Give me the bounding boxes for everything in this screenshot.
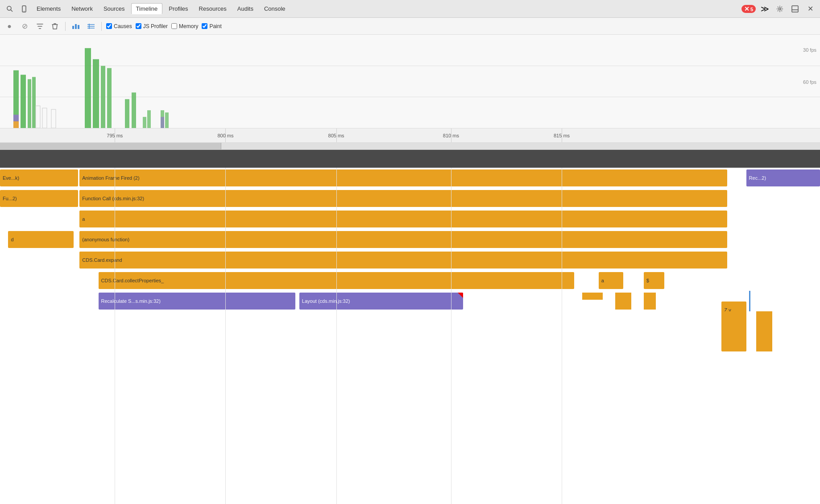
separator-2: [101, 22, 102, 31]
tab-resources[interactable]: Resources: [195, 4, 231, 14]
svg-rect-36: [161, 117, 164, 128]
vline-800: [225, 168, 226, 504]
svg-rect-31: [165, 112, 169, 128]
flame-row-6: CDS.Card.collectProperties_ a $: [0, 270, 820, 291]
paint-label: Paint: [209, 23, 221, 29]
svg-rect-25: [107, 68, 112, 128]
flame-row-3: a: [0, 209, 820, 229]
svg-rect-24: [101, 66, 105, 128]
error-count-badge: ✕5: [741, 5, 756, 13]
flame-chart-inner: Eve...k) Animation Frame Fired (2) Rec..…: [0, 168, 820, 504]
flame-block-cds-expand[interactable]: CDS.Card.expand: [79, 252, 727, 269]
fps-chart: [0, 35, 820, 128]
svg-rect-22: [85, 48, 91, 128]
flame-block-dollar[interactable]: $: [644, 272, 664, 289]
svg-rect-32: [13, 121, 19, 128]
js-profiler-checkbox-label[interactable]: JS Profiler: [136, 23, 168, 29]
bar-chart-view-button[interactable]: [70, 21, 82, 32]
flame-block-small-gold-1[interactable]: [582, 293, 603, 300]
flame-chart-container: Eve...k) Animation Frame Fired (2) Rec..…: [0, 168, 820, 504]
svg-rect-14: [0, 35, 820, 128]
tab-sources[interactable]: Sources: [99, 4, 129, 14]
flame-block-a[interactable]: a: [79, 211, 727, 227]
svg-rect-18: [21, 75, 26, 128]
paint-checkbox-label[interactable]: Paint: [202, 23, 221, 29]
nav-right-controls: ✕5 ≫ ✕: [741, 3, 816, 15]
flame-block-layout[interactable]: Layout (cds.min.js:32): [299, 293, 464, 310]
time-label-810: 810 ms: [443, 133, 459, 138]
time-label-800: 800 ms: [217, 133, 233, 138]
svg-rect-20: [32, 77, 36, 128]
flame-block-zv-tall[interactable]: [721, 311, 746, 351]
flame-block-d[interactable]: d: [8, 231, 74, 248]
settings-icon[interactable]: [774, 3, 786, 15]
time-label-815: 815 ms: [554, 133, 570, 138]
search-icon[interactable]: [4, 3, 16, 15]
clear-button[interactable]: ⊘: [19, 21, 30, 32]
record-button[interactable]: ●: [4, 21, 15, 32]
flame-block-animation-frame[interactable]: Animation Frame Fired (2): [79, 169, 727, 186]
tab-audits[interactable]: Audits: [233, 4, 258, 14]
vline-815: [562, 168, 562, 504]
fps30-label: 30 fps: [803, 47, 816, 53]
gap-1: [582, 272, 599, 289]
tab-elements[interactable]: Elements: [32, 4, 65, 14]
gap-3: [607, 293, 615, 310]
top-nav-bar: Elements Network Sources Timeline Profil…: [0, 0, 820, 18]
svg-rect-8: [75, 24, 77, 29]
timeline-toolbar: ● ⊘ Causes JS Profiler: [0, 18, 820, 35]
separator-1: [65, 22, 66, 31]
svg-rect-7: [72, 26, 74, 29]
tab-console[interactable]: Console: [260, 4, 290, 14]
gap-2: [631, 272, 644, 289]
memory-checkbox[interactable]: [171, 23, 177, 29]
flame-block-rec2[interactable]: Rec...2): [746, 169, 820, 186]
list-view-button[interactable]: [85, 21, 97, 32]
flame-row-8: [0, 311, 820, 356]
js-profiler-checkbox[interactable]: [136, 23, 141, 29]
flame-row-2: Fu...2) Function Call (cds.min.js:32): [0, 188, 820, 209]
main-content: 30 fps 60 fps 795 ms 800 ms 805 ms 810 m…: [0, 35, 820, 504]
tab-timeline[interactable]: Timeline: [131, 3, 163, 14]
flame-block-recalculate[interactable]: Recalculate S...s.min.js:32): [99, 293, 295, 310]
time-label-805: 805 ms: [328, 133, 344, 138]
causes-checkbox-label[interactable]: Causes: [106, 23, 132, 29]
svg-point-4: [779, 8, 781, 10]
scrollbar-area[interactable]: [0, 143, 820, 150]
flame-block-small-gold-3[interactable]: [644, 293, 656, 310]
dock-icon[interactable]: [789, 3, 801, 15]
svg-rect-19: [28, 79, 31, 128]
memory-label: Memory: [179, 23, 198, 29]
causes-checkbox[interactable]: [106, 23, 112, 29]
memory-checkbox-label[interactable]: Memory: [171, 23, 198, 29]
mobile-icon[interactable]: [18, 3, 30, 15]
tab-network[interactable]: Network: [67, 4, 97, 14]
svg-point-3: [24, 11, 25, 12]
flame-row-7: Recalculate S...s.min.js:32) Layout (cds…: [0, 291, 820, 311]
vline-810: [451, 168, 451, 504]
svg-rect-28: [143, 117, 146, 128]
dark-section-header: [0, 150, 820, 168]
flame-block-evek[interactable]: Eve...k): [0, 169, 78, 186]
vline-795: [115, 168, 115, 504]
flame-block-function-call[interactable]: Function Call (cds.min.js:32): [79, 190, 727, 207]
close-icon[interactable]: ✕: [804, 3, 816, 15]
time-ruler: 795 ms 800 ms 805 ms 810 ms 815 ms: [0, 128, 820, 143]
flame-block-small-gold-2[interactable]: [615, 293, 632, 310]
svg-rect-26: [125, 99, 129, 128]
filter-button[interactable]: [34, 21, 46, 32]
js-profiler-label: JS Profiler: [143, 23, 168, 29]
svg-rect-23: [93, 59, 99, 128]
blue-marker: [749, 291, 750, 311]
flame-row-4: d (anonymous function): [0, 229, 820, 250]
tab-profiles[interactable]: Profiles: [164, 4, 192, 14]
time-label-795: 795 ms: [107, 133, 123, 138]
timeline-overview[interactable]: 30 fps 60 fps: [0, 35, 820, 128]
paint-checkbox[interactable]: [202, 23, 207, 29]
flame-block-right-tall[interactable]: [756, 311, 773, 351]
flame-block-a-small[interactable]: a: [599, 272, 623, 289]
flame-block-anonymous[interactable]: (anonymous function): [79, 231, 727, 248]
flame-block-fu2[interactable]: Fu...2): [0, 190, 78, 207]
list-errors-icon[interactable]: ≫: [758, 3, 771, 15]
delete-button[interactable]: [49, 21, 61, 32]
